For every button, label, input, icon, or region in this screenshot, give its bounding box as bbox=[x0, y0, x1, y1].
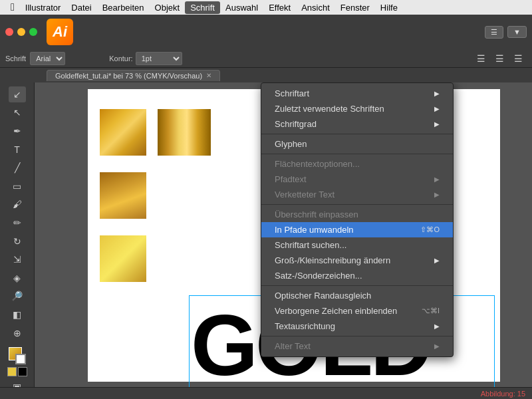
select-tool-icon[interactable]: ↙ bbox=[9, 86, 26, 102]
status-text: Abbildung: 15 bbox=[481, 390, 525, 398]
arrange-btn[interactable]: ☰ bbox=[485, 26, 503, 39]
workspace-btn[interactable]: ▼ bbox=[507, 26, 527, 38]
gradient-tool-icon[interactable]: ◧ bbox=[9, 307, 26, 323]
tab-title: Goldeffekt_tut.ai* bei 73 % (CMYK/Vorsch… bbox=[55, 72, 202, 80]
tab-close-icon[interactable]: ✕ bbox=[206, 72, 211, 79]
pen-tool-icon[interactable]: ✒ bbox=[9, 123, 26, 139]
menubar-effekt[interactable]: Effekt bbox=[263, 1, 296, 14]
menubar-illustrator[interactable]: Illustrator bbox=[20, 1, 66, 14]
menubar-fenster[interactable]: Fenster bbox=[335, 1, 375, 14]
zoom-tool-icon[interactable]: ⊕ bbox=[9, 325, 26, 341]
menu-item-zuletzt[interactable]: Zuletzt verwendete Schriften bbox=[261, 101, 453, 116]
menu-item-verborgene-zeichen[interactable]: Verborgene Zeichen einblenden ⌥⌘I bbox=[261, 303, 453, 319]
line-tool-icon[interactable]: ╱ bbox=[9, 160, 26, 176]
menu-item-schriftart[interactable]: Schriftart bbox=[261, 86, 453, 101]
divider-5 bbox=[261, 336, 453, 336]
menu-item-gross-klein[interactable]: Groß-/Kleinschreibung ändern bbox=[261, 253, 453, 268]
divider-1 bbox=[261, 134, 453, 134]
brush-tool-icon[interactable]: 🖌 bbox=[9, 197, 26, 213]
menu-bar:  Illustrator Datei Bearbeiten Objekt Sc… bbox=[0, 0, 532, 15]
eyedropper-icon[interactable]: 🔎 bbox=[9, 289, 26, 305]
menu-item-schriftgrad[interactable]: Schriftgrad bbox=[261, 116, 453, 132]
menu-item-verketteter-text: Verketteter Text bbox=[261, 187, 453, 202]
status-bar: Abbildung: 15 bbox=[0, 387, 532, 399]
kontur-select[interactable]: 1pt bbox=[136, 52, 182, 65]
font-select[interactable]: Arial bbox=[30, 52, 65, 65]
gold-square-2 bbox=[158, 109, 211, 156]
document-tab[interactable]: Goldeffekt_tut.ai* bei 73 % (CMYK/Vorsch… bbox=[47, 70, 220, 81]
menubar-schrift[interactable]: Schrift bbox=[185, 1, 220, 14]
align-left-icon[interactable]: ☰ bbox=[472, 50, 489, 67]
menubar-auswahl[interactable]: Auswahl bbox=[220, 1, 263, 14]
blend-tool-icon[interactable]: ◈ bbox=[9, 270, 26, 286]
document-tab-bar: Goldeffekt_tut.ai* bei 73 % (CMYK/Vorsch… bbox=[0, 68, 532, 82]
divider-4 bbox=[261, 285, 453, 286]
menu-item-ueberschrift: Überschrift einpassen bbox=[261, 207, 453, 222]
menu-item-glyphen[interactable]: Glyphen bbox=[261, 136, 453, 152]
ai-logo: Ai bbox=[47, 19, 73, 45]
stroke-box[interactable] bbox=[15, 354, 26, 364]
left-toolbar: ↙ ↖ ✒ T ╱ ▭ 🖌 ✏ ↻ ⇲ ◈ 🔎 ◧ ⊕ ▣ bbox=[0, 82, 35, 399]
stroke-color[interactable] bbox=[18, 367, 27, 376]
canvas-area: GOLD Schriftart Zuletzt verwendete Schri… bbox=[35, 82, 532, 399]
menu-item-pfadtext: Pfadtext bbox=[261, 172, 453, 187]
pencil-tool-icon[interactable]: ✏ bbox=[9, 215, 26, 231]
scale-tool-icon[interactable]: ⇲ bbox=[9, 251, 26, 267]
menu-item-schriftart-suchen[interactable]: Schriftart suchen... bbox=[261, 237, 453, 253]
menu-item-flaechentextoptionen: Flächentextoptionen... bbox=[261, 156, 453, 172]
direct-select-icon[interactable]: ↖ bbox=[9, 105, 26, 121]
apple-menu[interactable]:  bbox=[5, 0, 20, 15]
align-right-icon[interactable]: ☰ bbox=[509, 50, 527, 67]
menubar-objekt[interactable]: Objekt bbox=[150, 1, 186, 14]
menu-item-in-pfade-umwandeln[interactable]: In Pfade umwandeln ⇧⌘O bbox=[261, 222, 453, 237]
secondary-toolbar: Schrift Arial Kontur: 1pt ☰ ☰ ☰ bbox=[0, 49, 532, 68]
menubar-ansicht[interactable]: Ansicht bbox=[296, 1, 335, 14]
main-toolbar: Ai ☰ ▼ bbox=[0, 15, 532, 49]
menu-item-textausrichtung[interactable]: Textausrichtung bbox=[261, 319, 453, 334]
fill-color[interactable] bbox=[7, 367, 17, 376]
fullscreen-button[interactable] bbox=[29, 28, 37, 36]
menubar-datei[interactable]: Datei bbox=[66, 1, 96, 14]
menubar-bearbeiten[interactable]: Bearbeiten bbox=[97, 1, 150, 14]
divider-2 bbox=[261, 154, 453, 154]
type-tool-icon[interactable]: T bbox=[9, 142, 26, 158]
minimize-button[interactable] bbox=[17, 28, 25, 36]
gold-square-3 bbox=[100, 172, 146, 219]
gold-square-1 bbox=[100, 109, 146, 156]
window-controls bbox=[5, 28, 37, 36]
main-area: ↙ ↖ ✒ T ╱ ▭ 🖌 ✏ ↻ ⇲ ◈ 🔎 ◧ ⊕ ▣ bbox=[0, 82, 532, 399]
menu-item-satz-sonderzeichen[interactable]: Satz-/Sonderzeichen... bbox=[261, 268, 453, 283]
schrift-dropdown-menu: Schriftart Zuletzt verwendete Schriften … bbox=[261, 82, 454, 357]
close-button[interactable] bbox=[5, 28, 13, 36]
rect-tool-icon[interactable]: ▭ bbox=[9, 178, 26, 194]
menu-item-alter-text: Alter Text bbox=[261, 338, 453, 354]
menu-item-optischer-rand[interactable]: Optischer Randausgleich bbox=[261, 288, 453, 303]
menubar-hilfe[interactable]: Hilfe bbox=[375, 1, 403, 14]
rotate-tool-icon[interactable]: ↻ bbox=[9, 233, 26, 249]
gold-square-4 bbox=[100, 235, 146, 282]
schrift-label: Schrift bbox=[5, 55, 26, 63]
kontur-label: Kontur: bbox=[109, 55, 132, 63]
align-center-icon[interactable]: ☰ bbox=[491, 50, 508, 67]
toolbar-controls: ☰ ▼ bbox=[485, 26, 527, 39]
divider-3 bbox=[261, 204, 453, 205]
